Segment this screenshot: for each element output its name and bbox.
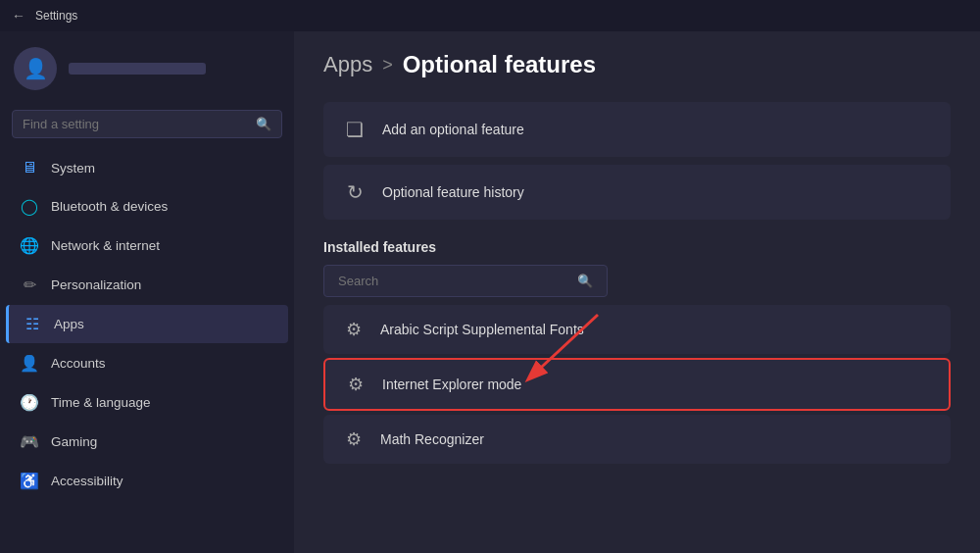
sidebar-item-time-language[interactable]: 🕐 Time & language — [6, 383, 288, 422]
sidebar-label-accessibility: Accessibility — [51, 474, 123, 488]
network-icon: 🌐 — [20, 236, 39, 255]
content-area: Apps > Optional features ❏ Add an option… — [294, 31, 980, 553]
feature-history-icon: ↻ — [343, 180, 367, 204]
sidebar: 👤 🔍 🖥 System ◯ Bluetooth & devices 🌐 Net… — [0, 31, 294, 553]
sidebar-label-apps: Apps — [54, 317, 84, 331]
apps-icon: ☷ — [23, 315, 42, 333]
avatar: 👤 — [14, 47, 57, 90]
feature-row-ie-mode[interactable]: ⚙ Internet Explorer mode — [323, 358, 951, 411]
sidebar-search-box[interactable]: 🔍 — [12, 110, 282, 138]
sidebar-item-accounts[interactable]: 👤 Accounts — [6, 344, 288, 382]
sidebar-item-system[interactable]: 🖥 System — [6, 149, 288, 186]
bluetooth-icon: ◯ — [20, 197, 39, 216]
avatar-icon: 👤 — [24, 57, 48, 80]
installed-search-input[interactable] — [338, 274, 567, 288]
sidebar-label-personalization: Personalization — [51, 277, 141, 292]
ie-mode-label: Internet Explorer mode — [382, 377, 521, 392]
breadcrumb: Apps > Optional features — [323, 51, 951, 78]
breadcrumb-separator: > — [382, 55, 393, 75]
add-optional-feature-card[interactable]: ❏ Add an optional feature — [323, 102, 951, 157]
time-language-icon: 🕐 — [20, 393, 39, 412]
feature-row-math[interactable]: ⚙ Math Recognizer — [323, 415, 951, 464]
optional-feature-history-card[interactable]: ↻ Optional feature history — [323, 165, 951, 220]
math-recognizer-icon: ⚙ — [343, 428, 365, 450]
sidebar-label-accounts: Accounts — [51, 356, 106, 371]
sidebar-label-gaming: Gaming — [51, 434, 97, 449]
feature-history-label: Optional feature history — [382, 184, 524, 200]
add-optional-label: Add an optional feature — [382, 122, 524, 137]
installed-search-box[interactable]: 🔍 — [323, 265, 608, 297]
sidebar-item-apps[interactable]: ☷ Apps — [6, 305, 288, 343]
breadcrumb-current: Optional features — [403, 51, 596, 78]
breadcrumb-parent: Apps — [323, 52, 372, 77]
user-section: 👤 — [0, 31, 294, 106]
installed-features-title: Installed features — [323, 239, 951, 255]
sidebar-search-input[interactable] — [23, 117, 248, 131]
sidebar-label-network: Network & internet — [51, 238, 160, 253]
gaming-icon: 🎮 — [20, 432, 39, 451]
sidebar-search-icon: 🔍 — [256, 117, 271, 131]
titlebar: ← Settings — [0, 0, 980, 31]
installed-search-icon: 🔍 — [577, 274, 593, 288]
back-button[interactable]: ← — [12, 8, 25, 24]
titlebar-title: Settings — [35, 9, 77, 23]
sidebar-item-bluetooth[interactable]: ◯ Bluetooth & devices — [6, 187, 288, 226]
sidebar-item-gaming[interactable]: 🎮 Gaming — [6, 423, 288, 461]
main-layout: 👤 🔍 🖥 System ◯ Bluetooth & devices 🌐 Net… — [0, 31, 980, 553]
ie-mode-icon: ⚙ — [345, 374, 367, 395]
add-optional-icon: ❏ — [343, 118, 367, 141]
nav-list: 🖥 System ◯ Bluetooth & devices 🌐 Network… — [0, 148, 294, 501]
sidebar-item-network[interactable]: 🌐 Network & internet — [6, 226, 288, 265]
personalization-icon: ✏ — [20, 276, 39, 294]
system-icon: 🖥 — [20, 159, 39, 176]
sidebar-label-system: System — [51, 161, 95, 176]
features-container: ⚙ Arabic Script Supplemental Fonts ⚙ Int… — [323, 305, 951, 464]
sidebar-label-time-language: Time & language — [51, 395, 151, 410]
user-name-bar — [69, 63, 206, 75]
accounts-icon: 👤 — [20, 354, 39, 373]
sidebar-item-accessibility[interactable]: ♿ Accessibility — [6, 462, 288, 500]
arabic-feature-icon: ⚙ — [343, 319, 365, 340]
feature-row-arabic[interactable]: ⚙ Arabic Script Supplemental Fonts — [323, 305, 951, 354]
math-recognizer-label: Math Recognizer — [380, 431, 484, 447]
sidebar-item-personalization[interactable]: ✏ Personalization — [6, 266, 288, 304]
arabic-feature-label: Arabic Script Supplemental Fonts — [380, 322, 584, 337]
sidebar-label-bluetooth: Bluetooth & devices — [51, 199, 168, 214]
accessibility-icon: ♿ — [20, 472, 39, 490]
